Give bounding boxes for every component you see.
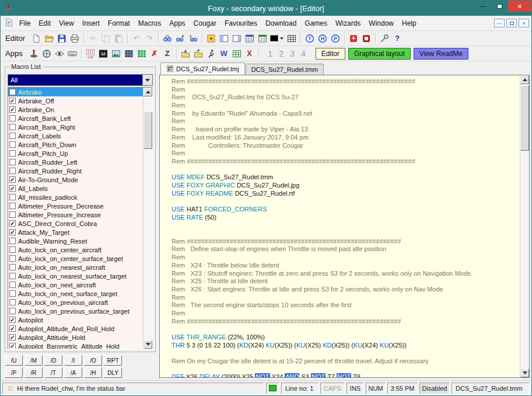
macro-item-all-missiles-padlock[interactable]: All_missiles_padlock [8, 193, 143, 202]
cougar-slot-1[interactable]: 1 [265, 49, 276, 58]
view-readme-button[interactable]: View ReadMe [414, 48, 468, 60]
macro-item-autopilot-attitude-hold[interactable]: ✓Autopilot_Attitude_Hold [8, 333, 143, 342]
circled-p-icon[interactable]: P [329, 32, 342, 45]
macro-checkbox[interactable] [9, 299, 16, 305]
macro-checkbox[interactable] [9, 194, 16, 200]
modifier-button-dly[interactable]: DLY [104, 367, 122, 378]
macro-item-aircraft-bank-left[interactable]: Aircraft_Bank_Left [8, 114, 143, 123]
axis-x-app-icon[interactable]: X [243, 47, 256, 60]
scrollbar-thumb[interactable] [144, 112, 152, 149]
macro-item-all-labels[interactable]: ✓All_Labels [8, 184, 143, 193]
find-icon[interactable] [161, 32, 174, 45]
modifier-button-r[interactable]: /R [24, 367, 43, 378]
macro-checkbox[interactable] [9, 89, 16, 95]
scrollbar-track[interactable] [520, 84, 529, 369]
macro-item-air-to-ground-mode[interactable]: ✓Air-To-Ground_Mode [8, 175, 143, 184]
macro-checkbox[interactable] [9, 282, 16, 288]
mdi-restore-button[interactable] [506, 19, 517, 27]
redo-icon[interactable]: ↷ [143, 32, 156, 45]
macro-item-asc-direct-control-cobra[interactable]: ✓ASC_Direct_Control_Cobra [8, 219, 143, 228]
macro-checkbox[interactable] [9, 246, 16, 253]
macro-item-altimeter-pressure-increase[interactable]: Altimeter_Pressure_Increase [8, 210, 143, 219]
stop-red-icon[interactable] [360, 32, 373, 45]
macro-checkbox[interactable]: ✓ [9, 98, 16, 104]
macro-checkbox[interactable] [9, 255, 16, 262]
macro-checkbox[interactable] [9, 211, 16, 218]
green-grid-app-icon[interactable] [230, 47, 243, 60]
macro-item-airbrake-on[interactable]: ✓Airbrake_On [8, 105, 143, 114]
scroll-down-button[interactable] [144, 340, 152, 349]
menu-download[interactable]: Download [261, 17, 300, 30]
macro-item-attack-my-target[interactable]: ✓Attack_My_Target [8, 228, 143, 237]
cougar-slot-4[interactable]: 4 [298, 49, 309, 58]
green-sheet-app-icon[interactable] [135, 47, 148, 60]
macro-item-auto-lock-on-next-surface-target[interactable]: Auto_lock_on_next_surface_target [8, 289, 143, 298]
macro-item-auto-lock-on-previous-surface-target[interactable]: Auto_lock_on_previous_surface_target [8, 307, 143, 315]
scroll-up-button[interactable] [520, 75, 529, 84]
macro-checkbox[interactable] [9, 115, 16, 121]
tab-dcs-su27-rudel-tmj[interactable]: DCS_Su27_Rudel.tmj [160, 62, 245, 75]
spreadsheet-green-icon[interactable] [256, 32, 269, 45]
cougar-slot-2[interactable]: 2 [276, 49, 287, 58]
compile-cougar-icon[interactable] [347, 32, 360, 45]
macro-checkbox[interactable] [9, 290, 16, 297]
menu-macros[interactable]: Macros [134, 17, 165, 30]
macro-checkbox[interactable] [9, 150, 16, 157]
menu-file[interactable]: File [15, 17, 34, 30]
options-tools-icon[interactable] [378, 32, 391, 45]
folder-import-icon[interactable] [179, 47, 192, 60]
macro-filter-dropdown[interactable]: All [8, 74, 153, 86]
macro-item-auto-lock-on-center-surface-target[interactable]: Auto_lock_on_center_surface_target [8, 254, 143, 263]
cougar-disabled-badge[interactable]: Disabled [419, 383, 450, 394]
cougar-slot-3[interactable]: 3 [287, 49, 298, 58]
macro-item-aircraft-pitch-up[interactable]: Aircraft_Pitch_Up [8, 149, 143, 158]
find-next-icon[interactable] [174, 32, 187, 45]
macro-console-icon[interactable]: M [97, 47, 110, 60]
macro-checkbox[interactable] [9, 203, 16, 209]
circled-h-icon[interactable]: H [316, 32, 329, 45]
close-x-app-icon[interactable]: ✗ [148, 47, 161, 60]
macro-item-airbrake[interactable]: Airbrake [8, 88, 143, 96]
open-file-icon[interactable] [43, 32, 55, 45]
save-file-icon[interactable] [55, 32, 68, 45]
macro-list-scrollbar[interactable] [143, 88, 152, 349]
dark-grid-app-icon[interactable] [123, 47, 135, 60]
circled-t-icon[interactable]: T [303, 32, 316, 45]
macro-item-auto-lock-on-nearest-surface-target[interactable]: Auto_lock_on_nearest_surface_target [8, 272, 143, 280]
split-view-right-icon[interactable] [230, 32, 243, 45]
menu-favourites[interactable]: Favourites [220, 17, 261, 30]
help-icon[interactable]: ? [391, 32, 404, 45]
macro-checkbox[interactable] [9, 308, 16, 314]
scrollbar-track[interactable] [144, 96, 152, 340]
modifier-button-u[interactable]: /U [5, 355, 23, 366]
ccp-panel-icon[interactable]: CCP [84, 47, 97, 60]
macro-item-aircraft-rudder-left[interactable]: Aircraft_Rudder_Left [8, 158, 143, 166]
menu-apps[interactable]: Apps [165, 17, 189, 30]
mdi-minimize-button[interactable]: — [494, 19, 505, 27]
insert-macro-icon[interactable] [205, 32, 218, 45]
menu-view[interactable]: View [55, 17, 78, 30]
menu-window[interactable]: Window [365, 17, 398, 30]
macro-item-auto-lock-on-previous-aircraft[interactable]: Auto_lock_on_previous_aircraft [8, 298, 143, 307]
macro-checkbox[interactable]: ✓ [9, 220, 16, 227]
modifier-button-o[interactable]: /O [84, 355, 102, 366]
folder-export-icon[interactable] [192, 47, 205, 60]
sleep-z-app-icon[interactable]: Z [161, 47, 174, 60]
image-viewer-icon[interactable] [110, 47, 123, 60]
modifier-button-rpt[interactable]: RPT [104, 355, 122, 366]
macro-item-altimeter-pressure-decrease[interactable]: Altimeter_Pressure_Decrease [8, 202, 143, 210]
macro-checkbox[interactable]: ✓ [9, 106, 16, 113]
editor-scrollbar[interactable] [520, 75, 529, 377]
macro-checkbox[interactable] [9, 159, 16, 165]
modifier-button-i[interactable]: /I [64, 355, 82, 366]
scrollbar-thumb[interactable] [520, 85, 529, 151]
split-view-left-icon[interactable] [218, 32, 230, 45]
macro-item-aircraft-bank-right[interactable]: Aircraft_Bank_Right [8, 123, 143, 131]
program-cougar-icon[interactable] [27, 47, 40, 60]
menu-format[interactable]: Format [104, 17, 134, 30]
macro-item-airbrake-off[interactable]: ✓Airbrake_Off [8, 96, 143, 105]
macro-item-aircraft-rudder-right[interactable]: Aircraft_Rudder_Right [8, 166, 143, 175]
menu-insert[interactable]: Insert [78, 17, 104, 30]
maximize-button[interactable] [491, 1, 508, 12]
wizard-w-app-icon[interactable]: W [218, 47, 230, 60]
